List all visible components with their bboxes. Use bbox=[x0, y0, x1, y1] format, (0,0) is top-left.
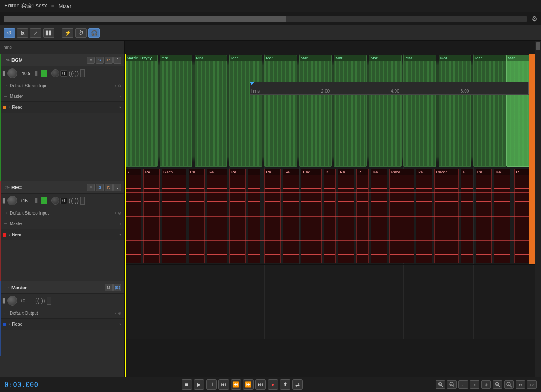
rec-input-label[interactable]: Default Stereo Input bbox=[10, 211, 114, 216]
bgm-more-btn[interactable]: ⋮ bbox=[113, 57, 121, 64]
refresh-btn[interactable]: ↺ bbox=[4, 28, 15, 38]
stop-btn[interactable]: ■ bbox=[182, 379, 192, 390]
bgm-input-label[interactable]: Default Stereo Input bbox=[10, 83, 114, 88]
bgm-clip-7-label: Mar... bbox=[369, 55, 401, 61]
zoom-fit-h-btn[interactable]: ↔ bbox=[458, 380, 468, 389]
record-btn[interactable]: ● bbox=[268, 379, 278, 390]
bgm-clip-10[interactable]: Mar... bbox=[473, 55, 506, 167]
master-expand-btn[interactable]: › bbox=[9, 322, 10, 327]
vertical-scrollbar[interactable] bbox=[535, 41, 541, 377]
master-solo-btn[interactable]: (S) bbox=[113, 284, 121, 291]
rec-clip-7[interactable]: Re... bbox=[264, 169, 280, 263]
ruler-left: hms bbox=[0, 41, 124, 54]
zoom-in-h-btn[interactable] bbox=[436, 380, 445, 389]
rec-clip-18[interactable]: Re... bbox=[476, 169, 492, 263]
rec-fader-mini[interactable] bbox=[80, 197, 85, 205]
meter-btn[interactable]: ▊▊ bbox=[43, 28, 54, 38]
bgm-clip-4[interactable]: Mar... bbox=[264, 55, 297, 167]
rec-rec-btn[interactable]: R bbox=[105, 184, 113, 191]
rec-clip-15[interactable]: Re... bbox=[416, 169, 432, 263]
bgm-mute-btn[interactable]: M bbox=[87, 57, 95, 64]
timeline-ruler[interactable]: hms 2:00 4:00 6:00 8:00 10:00 bbox=[250, 82, 535, 95]
rec-solo-btn[interactable]: S bbox=[96, 184, 104, 191]
master-phase-icon[interactable]: ⊘ bbox=[118, 311, 121, 316]
rec-clip-3[interactable]: Re... bbox=[189, 169, 205, 263]
fast-forward-btn[interactable]: ⏩ bbox=[243, 379, 254, 390]
rec-clip-17[interactable]: R... bbox=[461, 169, 473, 263]
rec-clip-19[interactable]: Re... bbox=[494, 169, 510, 263]
rec-clip-11[interactable]: Re... bbox=[338, 169, 354, 263]
rec-clip-6[interactable]: ... bbox=[248, 169, 260, 263]
rec-clip-16[interactable]: Recor... bbox=[434, 169, 459, 263]
bgm-expand-btn[interactable]: › bbox=[9, 105, 10, 110]
rec-mute-btn[interactable]: M bbox=[87, 184, 95, 191]
bgm-volume-knob[interactable] bbox=[7, 68, 17, 78]
rec-pan-knob[interactable] bbox=[51, 197, 59, 205]
bgm-pan-knob[interactable] bbox=[51, 69, 59, 77]
master-volume-knob[interactable] bbox=[7, 296, 17, 306]
bgm-clip-5[interactable]: Mar... bbox=[299, 55, 332, 167]
metronome-btn[interactable]: ⚡ bbox=[62, 28, 73, 38]
bgm-clip-8[interactable]: Mar... bbox=[403, 55, 436, 167]
rewind-btn[interactable]: ⏪ bbox=[231, 379, 241, 390]
rec-output-label[interactable]: Master bbox=[10, 221, 119, 226]
progress-bar[interactable] bbox=[4, 16, 527, 22]
rec-clip-8[interactable]: Re... bbox=[283, 169, 299, 263]
rec-clip-2[interactable]: Reco... bbox=[162, 169, 186, 263]
zoom-waveform-btn[interactable]: ⇔ bbox=[516, 380, 525, 389]
mixer-label[interactable]: Mixer bbox=[58, 3, 71, 9]
rec-clip-0[interactable]: R... bbox=[125, 169, 141, 263]
zoom-out-v-btn[interactable] bbox=[504, 380, 514, 389]
bgm-clip-3[interactable]: Mar... bbox=[229, 55, 262, 167]
settings-icon[interactable]: ⚙ bbox=[531, 14, 537, 23]
master-automation-dropdown[interactable]: ▾ bbox=[119, 322, 121, 327]
bgm-phase-icon[interactable]: ⊘ bbox=[118, 83, 121, 88]
bgm-clip-0[interactable]: Marcin Przyby... bbox=[125, 55, 158, 167]
rec-phase-icon[interactable]: ⊘ bbox=[118, 211, 121, 216]
rec-volume-knob[interactable] bbox=[7, 196, 17, 205]
bgm-rec-btn[interactable]: R bbox=[105, 57, 113, 64]
rec-more-btn[interactable]: ⋮ bbox=[113, 184, 121, 191]
rec-clip-4[interactable]: Re... bbox=[207, 169, 228, 263]
play-btn[interactable]: ▶ bbox=[194, 379, 204, 390]
rec-clip-1[interactable]: Re... bbox=[143, 169, 160, 263]
rec-clips-area[interactable]: R... Re... Reco... Re... Re... Re... bbox=[125, 168, 535, 265]
master-output-label[interactable]: Default Output bbox=[10, 311, 114, 316]
bgm-fader-mini[interactable] bbox=[80, 69, 85, 77]
bgm-clip-2[interactable]: Mar... bbox=[195, 55, 228, 167]
loop-btn[interactable]: ⇄ bbox=[292, 379, 303, 390]
bgm-clip-9[interactable]: Mar... bbox=[439, 55, 472, 167]
rewind-start-btn[interactable]: ⏮ bbox=[218, 379, 229, 390]
headphones-btn[interactable]: 🎧 bbox=[88, 28, 100, 38]
rec-clip-13[interactable]: Re... bbox=[371, 169, 387, 263]
master-clips-area[interactable] bbox=[125, 265, 535, 339]
rec-clip-12[interactable]: R... bbox=[356, 169, 369, 263]
fx-btn[interactable]: fx bbox=[17, 28, 28, 38]
export-btn[interactable]: ⬆ bbox=[280, 379, 290, 390]
master-fader-mini[interactable] bbox=[47, 297, 51, 305]
rec-clip-14[interactable]: Reco... bbox=[389, 169, 414, 263]
bgm-clip-7[interactable]: Mar... bbox=[369, 55, 402, 167]
master-mute-btn[interactable]: M bbox=[105, 284, 113, 291]
bgm-clip-1[interactable]: Mar... bbox=[160, 55, 192, 167]
bgm-solo-btn[interactable]: S bbox=[96, 57, 104, 64]
bgm-automation-dropdown[interactable]: ▾ bbox=[119, 105, 121, 110]
forward-end-btn[interactable]: ⏭ bbox=[255, 379, 266, 390]
zoom-in-v-btn[interactable] bbox=[493, 380, 502, 389]
bgm-clip-6[interactable]: Mar... bbox=[334, 55, 367, 167]
scrollbar-thumb[interactable] bbox=[536, 42, 540, 50]
zoom-fit-v-btn[interactable]: ↕ bbox=[470, 380, 479, 389]
rec-expand-btn[interactable]: › bbox=[9, 232, 10, 237]
bgm-output-label[interactable]: Master bbox=[10, 94, 119, 99]
rec-automation-dropdown[interactable]: ▾ bbox=[119, 232, 121, 237]
envelope-btn[interactable]: ↗ bbox=[30, 28, 41, 38]
rec-clip-9[interactable]: Rec... bbox=[301, 169, 322, 263]
zoom-snap-btn[interactable]: ↦ bbox=[527, 380, 537, 389]
pause-btn[interactable]: ⏸ bbox=[206, 379, 217, 390]
rec-clip-5[interactable]: Re... bbox=[229, 169, 246, 263]
rec-clip-10[interactable]: R... bbox=[324, 169, 336, 263]
zoom-out-h-btn[interactable] bbox=[447, 380, 457, 389]
countoff-btn[interactable]: ⏱ bbox=[75, 28, 87, 38]
bgm-clips-area[interactable]: Marcin Przyby... Mar... Mar... Mar... Ma… bbox=[125, 54, 535, 168]
zoom-fit-all-btn[interactable]: ⊕ bbox=[481, 380, 491, 389]
